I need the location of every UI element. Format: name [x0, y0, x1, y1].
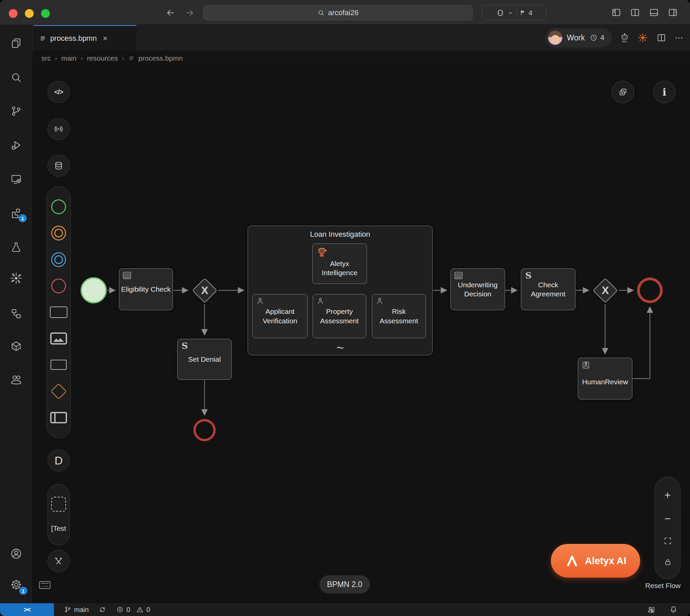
test-label[interactable]: [Test: [51, 524, 66, 532]
palette-media-task[interactable]: [49, 329, 68, 348]
ai-listen-button[interactable]: [47, 118, 70, 140]
sync-button[interactable]: [99, 606, 106, 613]
history-count: 4: [600, 34, 604, 42]
branch-indicator[interactable]: main: [64, 606, 89, 614]
broadcast-icon: [53, 124, 64, 134]
sidebar-item-settings[interactable]: 1: [0, 573, 32, 596]
start-event-node[interactable]: [81, 277, 107, 304]
user-icon: [316, 297, 324, 305]
task-property-assessment[interactable]: Property Assessment: [312, 294, 366, 338]
task-risk-assessment[interactable]: Risk Assessment: [372, 294, 426, 338]
task-applicant-verification[interactable]: Applicant Verification: [252, 294, 308, 338]
info-button[interactable]: i: [653, 81, 675, 103]
layout-custom-icon[interactable]: [668, 7, 678, 18]
palette-subprocess[interactable]: [49, 408, 68, 427]
reset-flow-button[interactable]: Reset Flow: [645, 582, 681, 590]
breadcrumb-file[interactable]: process.bpmn: [138, 54, 183, 62]
zoom-controls: + −: [655, 477, 681, 579]
script-icon: S: [181, 340, 188, 352]
fit-screen-icon[interactable]: [663, 536, 672, 545]
avatar: [548, 31, 562, 45]
bell-icon[interactable]: [669, 605, 678, 614]
search-icon: [10, 71, 22, 84]
maximize-window-button[interactable]: [41, 9, 50, 18]
sidebar-item-3d-assets[interactable]: [0, 335, 32, 358]
lock-icon[interactable]: [664, 558, 672, 566]
task-underwriting-decision[interactable]: Underwriting Decision: [450, 268, 505, 310]
sidebar-item-account[interactable]: [0, 542, 32, 565]
copy-diagram-button[interactable]: [612, 81, 634, 103]
sidebar-item-extensions[interactable]: 1: [0, 201, 32, 224]
palette-start-event[interactable]: [49, 197, 68, 216]
info-icon: i: [662, 86, 666, 98]
task-check-agreement[interactable]: S Check Agreement: [521, 268, 576, 310]
sidebar-item-run-debug[interactable]: [0, 134, 32, 157]
zoom-in-button[interactable]: +: [664, 490, 671, 501]
xml-view-button[interactable]: </>: [47, 81, 70, 103]
breadcrumb-src[interactable]: src: [41, 54, 51, 62]
forward-button[interactable]: [184, 7, 196, 19]
robot-caption: MA: [622, 40, 627, 43]
subprocess-loan-investigation[interactable]: Loan Investigation Aletyx Intelligence A…: [247, 226, 433, 355]
bpmn-canvas[interactable]: </>: [32, 66, 690, 603]
tab-process-bpmn[interactable]: process.bpmn ×: [34, 25, 136, 50]
end-event-main[interactable]: [637, 278, 663, 303]
remote-indicator[interactable]: ><: [0, 603, 54, 616]
task-aletyx-intelligence[interactable]: Aletyx Intelligence: [312, 243, 367, 284]
profile-menu[interactable]: Work 4: [545, 28, 612, 47]
palette-task[interactable]: [49, 303, 68, 322]
panel-bottom-icon[interactable]: [649, 7, 659, 18]
keyboard-icon[interactable]: [39, 580, 51, 590]
monitor-icon: [10, 173, 22, 185]
sidebar-item-ai-spark[interactable]: [0, 267, 32, 290]
split-columns-icon[interactable]: [630, 7, 640, 18]
tab-close-icon[interactable]: ×: [103, 34, 107, 43]
problems-indicator[interactable]: 0 0: [116, 606, 150, 614]
zoom-out-button[interactable]: −: [664, 513, 671, 524]
sidebar-item-collaboration[interactable]: [0, 369, 32, 391]
palette-intermediate-event[interactable]: [49, 224, 68, 242]
search-input[interactable]: arcofai26: [203, 5, 473, 20]
dmn-button[interactable]: D: [47, 449, 70, 471]
sidebar-item-testing[interactable]: [0, 236, 32, 259]
task-eligibility-check[interactable]: Eligibility Check: [119, 268, 173, 310]
sidebar-item-search[interactable]: [0, 66, 32, 89]
arrow-right-icon: [185, 8, 195, 18]
bpmn-palette: [46, 186, 71, 438]
aletyx-logo-icon: [565, 554, 580, 568]
end-event-denial[interactable]: [193, 419, 216, 441]
palette-gateway[interactable]: [49, 382, 68, 401]
palette-end-event[interactable]: [49, 277, 68, 295]
task-set-denial[interactable]: S Set Denial: [177, 339, 232, 380]
palette-boundary-event[interactable]: [49, 250, 68, 269]
device-menu[interactable]: 4: [482, 5, 546, 20]
aletyx-ai-label: Aletyx AI: [585, 555, 626, 567]
aletyx-ai-button[interactable]: Aletyx AI: [551, 544, 640, 578]
split-editor-icon[interactable]: [656, 33, 666, 43]
settings-badge: 1: [19, 587, 27, 595]
back-button[interactable]: [165, 7, 176, 19]
sidebar-item-explorer[interactable]: [0, 32, 32, 54]
data-store-button[interactable]: [47, 155, 70, 177]
breadcrumb-main[interactable]: main: [61, 54, 77, 62]
minimize-window-button[interactable]: [25, 9, 34, 18]
close-window-button[interactable]: [9, 9, 18, 18]
sidebar-item-source-control[interactable]: [0, 100, 32, 123]
files-icon: [10, 37, 22, 49]
robot-assistant-button[interactable]: MA: [620, 33, 629, 43]
file-lines-icon: [39, 35, 46, 42]
tools-button[interactable]: [47, 550, 70, 572]
theme-sun-icon[interactable]: [638, 32, 648, 43]
palette-call-activity[interactable]: [49, 355, 68, 374]
extensions-badge: 1: [19, 214, 27, 222]
sidebar-left-icon[interactable]: [611, 7, 621, 18]
task-human-review[interactable]: HumanReview: [578, 358, 632, 399]
selection-box-icon[interactable]: [51, 497, 66, 512]
warning-count: 0: [146, 606, 150, 614]
more-actions-icon[interactable]: ⋯: [674, 33, 684, 43]
starburst-icon: [10, 272, 23, 285]
sidebar-item-flowchart[interactable]: [0, 302, 32, 325]
file-lines-icon: [128, 55, 134, 61]
breadcrumb-resources[interactable]: resources: [87, 54, 118, 62]
sidebar-item-remote-explorer[interactable]: [0, 168, 32, 191]
